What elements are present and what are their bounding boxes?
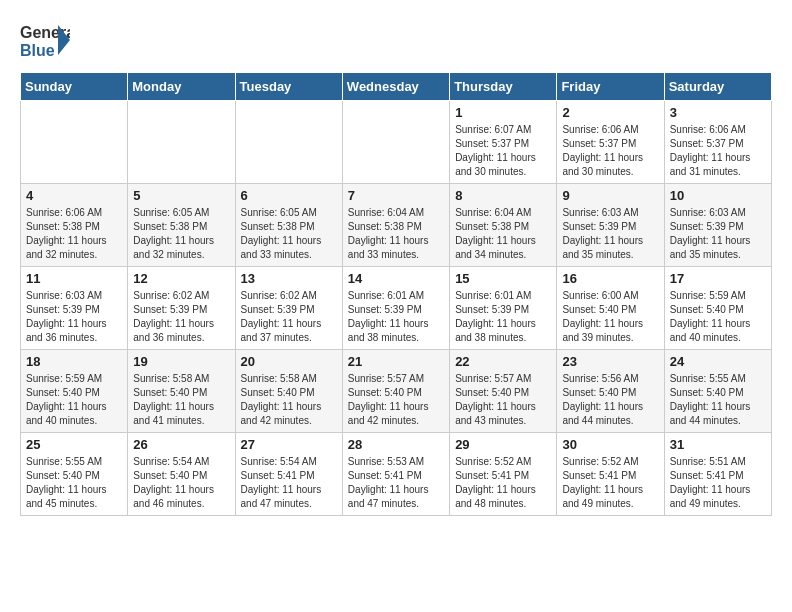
day-detail: Sunrise: 6:06 AM Sunset: 5:38 PM Dayligh… xyxy=(26,206,122,262)
calendar-cell: 7Sunrise: 6:04 AM Sunset: 5:38 PM Daylig… xyxy=(342,184,449,267)
day-detail: Sunrise: 6:00 AM Sunset: 5:40 PM Dayligh… xyxy=(562,289,658,345)
day-detail: Sunrise: 5:54 AM Sunset: 5:40 PM Dayligh… xyxy=(133,455,229,511)
day-number: 20 xyxy=(241,354,337,369)
day-number: 14 xyxy=(348,271,444,286)
calendar-table: SundayMondayTuesdayWednesdayThursdayFrid… xyxy=(20,72,772,516)
calendar-cell: 1Sunrise: 6:07 AM Sunset: 5:37 PM Daylig… xyxy=(450,101,557,184)
day-number: 18 xyxy=(26,354,122,369)
day-detail: Sunrise: 6:05 AM Sunset: 5:38 PM Dayligh… xyxy=(241,206,337,262)
day-detail: Sunrise: 5:55 AM Sunset: 5:40 PM Dayligh… xyxy=(26,455,122,511)
day-number: 30 xyxy=(562,437,658,452)
day-number: 12 xyxy=(133,271,229,286)
day-number: 21 xyxy=(348,354,444,369)
weekday-header-saturday: Saturday xyxy=(664,73,771,101)
day-detail: Sunrise: 6:02 AM Sunset: 5:39 PM Dayligh… xyxy=(241,289,337,345)
calendar-cell xyxy=(235,101,342,184)
day-detail: Sunrise: 6:04 AM Sunset: 5:38 PM Dayligh… xyxy=(348,206,444,262)
day-number: 2 xyxy=(562,105,658,120)
weekday-header-thursday: Thursday xyxy=(450,73,557,101)
day-detail: Sunrise: 6:06 AM Sunset: 5:37 PM Dayligh… xyxy=(562,123,658,179)
day-number: 8 xyxy=(455,188,551,203)
calendar-cell: 29Sunrise: 5:52 AM Sunset: 5:41 PM Dayli… xyxy=(450,433,557,516)
day-detail: Sunrise: 5:51 AM Sunset: 5:41 PM Dayligh… xyxy=(670,455,766,511)
calendar-cell: 12Sunrise: 6:02 AM Sunset: 5:39 PM Dayli… xyxy=(128,267,235,350)
day-number: 17 xyxy=(670,271,766,286)
day-number: 1 xyxy=(455,105,551,120)
calendar-cell: 14Sunrise: 6:01 AM Sunset: 5:39 PM Dayli… xyxy=(342,267,449,350)
day-detail: Sunrise: 5:52 AM Sunset: 5:41 PM Dayligh… xyxy=(455,455,551,511)
day-number: 5 xyxy=(133,188,229,203)
day-number: 26 xyxy=(133,437,229,452)
calendar-cell: 13Sunrise: 6:02 AM Sunset: 5:39 PM Dayli… xyxy=(235,267,342,350)
day-number: 28 xyxy=(348,437,444,452)
day-number: 3 xyxy=(670,105,766,120)
weekday-header-tuesday: Tuesday xyxy=(235,73,342,101)
day-detail: Sunrise: 5:58 AM Sunset: 5:40 PM Dayligh… xyxy=(133,372,229,428)
day-number: 24 xyxy=(670,354,766,369)
day-number: 13 xyxy=(241,271,337,286)
calendar-cell: 17Sunrise: 5:59 AM Sunset: 5:40 PM Dayli… xyxy=(664,267,771,350)
calendar-cell: 30Sunrise: 5:52 AM Sunset: 5:41 PM Dayli… xyxy=(557,433,664,516)
day-detail: Sunrise: 5:57 AM Sunset: 5:40 PM Dayligh… xyxy=(348,372,444,428)
day-number: 27 xyxy=(241,437,337,452)
calendar-cell: 11Sunrise: 6:03 AM Sunset: 5:39 PM Dayli… xyxy=(21,267,128,350)
day-detail: Sunrise: 6:03 AM Sunset: 5:39 PM Dayligh… xyxy=(670,206,766,262)
day-number: 6 xyxy=(241,188,337,203)
day-number: 22 xyxy=(455,354,551,369)
calendar-week-2: 4Sunrise: 6:06 AM Sunset: 5:38 PM Daylig… xyxy=(21,184,772,267)
calendar-week-5: 25Sunrise: 5:55 AM Sunset: 5:40 PM Dayli… xyxy=(21,433,772,516)
day-detail: Sunrise: 5:58 AM Sunset: 5:40 PM Dayligh… xyxy=(241,372,337,428)
day-number: 16 xyxy=(562,271,658,286)
calendar-cell: 10Sunrise: 6:03 AM Sunset: 5:39 PM Dayli… xyxy=(664,184,771,267)
weekday-header-wednesday: Wednesday xyxy=(342,73,449,101)
weekday-header-sunday: Sunday xyxy=(21,73,128,101)
calendar-cell: 23Sunrise: 5:56 AM Sunset: 5:40 PM Dayli… xyxy=(557,350,664,433)
calendar-cell: 21Sunrise: 5:57 AM Sunset: 5:40 PM Dayli… xyxy=(342,350,449,433)
day-detail: Sunrise: 5:52 AM Sunset: 5:41 PM Dayligh… xyxy=(562,455,658,511)
day-number: 19 xyxy=(133,354,229,369)
day-detail: Sunrise: 5:53 AM Sunset: 5:41 PM Dayligh… xyxy=(348,455,444,511)
logo: General Blue xyxy=(20,20,70,64)
calendar-cell: 15Sunrise: 6:01 AM Sunset: 5:39 PM Dayli… xyxy=(450,267,557,350)
day-detail: Sunrise: 6:01 AM Sunset: 5:39 PM Dayligh… xyxy=(348,289,444,345)
day-detail: Sunrise: 5:57 AM Sunset: 5:40 PM Dayligh… xyxy=(455,372,551,428)
calendar-week-1: 1Sunrise: 6:07 AM Sunset: 5:37 PM Daylig… xyxy=(21,101,772,184)
day-detail: Sunrise: 6:05 AM Sunset: 5:38 PM Dayligh… xyxy=(133,206,229,262)
calendar-week-3: 11Sunrise: 6:03 AM Sunset: 5:39 PM Dayli… xyxy=(21,267,772,350)
day-detail: Sunrise: 5:54 AM Sunset: 5:41 PM Dayligh… xyxy=(241,455,337,511)
page-header: General Blue xyxy=(20,20,772,64)
day-detail: Sunrise: 6:03 AM Sunset: 5:39 PM Dayligh… xyxy=(26,289,122,345)
day-detail: Sunrise: 5:59 AM Sunset: 5:40 PM Dayligh… xyxy=(670,289,766,345)
calendar-cell: 19Sunrise: 5:58 AM Sunset: 5:40 PM Dayli… xyxy=(128,350,235,433)
calendar-cell: 27Sunrise: 5:54 AM Sunset: 5:41 PM Dayli… xyxy=(235,433,342,516)
calendar-cell: 16Sunrise: 6:00 AM Sunset: 5:40 PM Dayli… xyxy=(557,267,664,350)
day-number: 4 xyxy=(26,188,122,203)
day-number: 9 xyxy=(562,188,658,203)
day-number: 10 xyxy=(670,188,766,203)
calendar-cell: 5Sunrise: 6:05 AM Sunset: 5:38 PM Daylig… xyxy=(128,184,235,267)
calendar-cell xyxy=(342,101,449,184)
day-number: 31 xyxy=(670,437,766,452)
calendar-week-4: 18Sunrise: 5:59 AM Sunset: 5:40 PM Dayli… xyxy=(21,350,772,433)
day-number: 11 xyxy=(26,271,122,286)
calendar-cell: 6Sunrise: 6:05 AM Sunset: 5:38 PM Daylig… xyxy=(235,184,342,267)
day-number: 23 xyxy=(562,354,658,369)
calendar-cell: 20Sunrise: 5:58 AM Sunset: 5:40 PM Dayli… xyxy=(235,350,342,433)
calendar-cell: 9Sunrise: 6:03 AM Sunset: 5:39 PM Daylig… xyxy=(557,184,664,267)
day-detail: Sunrise: 6:03 AM Sunset: 5:39 PM Dayligh… xyxy=(562,206,658,262)
calendar-cell: 8Sunrise: 6:04 AM Sunset: 5:38 PM Daylig… xyxy=(450,184,557,267)
day-detail: Sunrise: 6:07 AM Sunset: 5:37 PM Dayligh… xyxy=(455,123,551,179)
day-number: 25 xyxy=(26,437,122,452)
day-number: 15 xyxy=(455,271,551,286)
logo-icon: General Blue xyxy=(20,20,70,64)
day-number: 7 xyxy=(348,188,444,203)
calendar-cell xyxy=(21,101,128,184)
weekday-header-monday: Monday xyxy=(128,73,235,101)
calendar-cell xyxy=(128,101,235,184)
day-detail: Sunrise: 6:01 AM Sunset: 5:39 PM Dayligh… xyxy=(455,289,551,345)
svg-text:Blue: Blue xyxy=(20,42,55,59)
calendar-cell: 18Sunrise: 5:59 AM Sunset: 5:40 PM Dayli… xyxy=(21,350,128,433)
calendar-cell: 4Sunrise: 6:06 AM Sunset: 5:38 PM Daylig… xyxy=(21,184,128,267)
day-detail: Sunrise: 6:04 AM Sunset: 5:38 PM Dayligh… xyxy=(455,206,551,262)
calendar-cell: 28Sunrise: 5:53 AM Sunset: 5:41 PM Dayli… xyxy=(342,433,449,516)
